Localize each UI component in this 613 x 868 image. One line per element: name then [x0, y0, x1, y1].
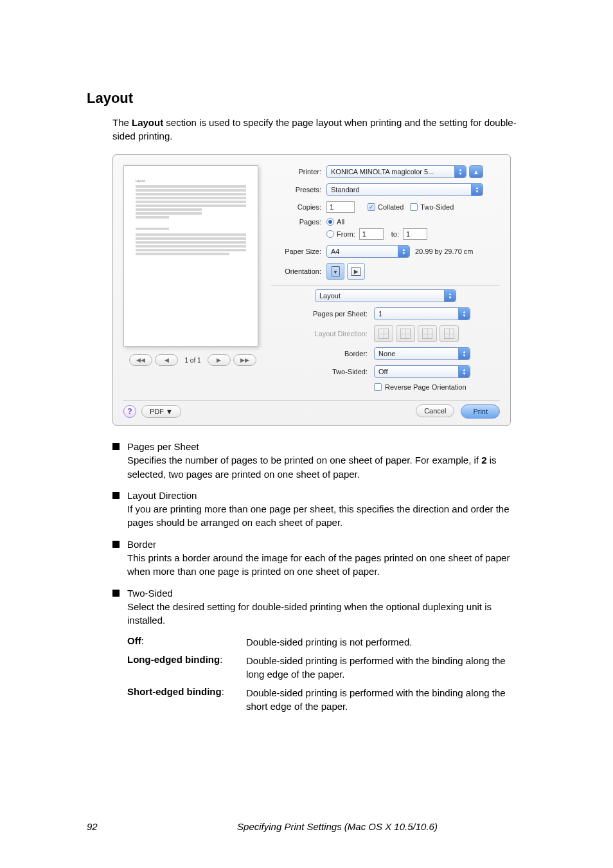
portrait-icon: ▼: [332, 266, 340, 276]
separator: [271, 285, 500, 285]
bullet-square-icon: [112, 492, 120, 499]
printer-value: KONICA MINOLTA magicolor 5...: [331, 168, 434, 176]
bullet-desc: Specifies the number of pages to be prin…: [127, 453, 526, 481]
pager-last-button[interactable]: ▶▶: [233, 354, 256, 366]
pages-all-radio[interactable]: [326, 218, 334, 226]
dropdown-caret-icon: [458, 348, 470, 359]
cancel-button[interactable]: Cancel: [416, 404, 454, 417]
section-heading: Layout: [87, 90, 526, 107]
intro-text: The Layout section is used to specify th…: [112, 116, 526, 143]
two-sided-checkbox[interactable]: [410, 203, 418, 211]
to-label: to:: [391, 230, 399, 238]
bullet-desc: Select the desired setting for double-si…: [127, 600, 526, 628]
paper-dimensions: 20.99 by 29.70 cm: [415, 248, 474, 255]
twosided-sublabel: Two-Sided:: [271, 368, 374, 375]
separator: [123, 400, 500, 401]
bullet-title: Layout Direction: [127, 489, 526, 502]
def-term: Short-edged binding:: [127, 686, 246, 713]
reverse-orientation-checkbox[interactable]: [374, 383, 382, 391]
def-row: Long-edged binding: Double-sided printin…: [127, 654, 526, 681]
papersize-label: Paper Size:: [271, 248, 326, 255]
bullet-square-icon: [112, 541, 120, 548]
bullet-square-icon: [112, 590, 120, 597]
pages-all-label: All: [337, 218, 344, 226]
layout-direction-icon: [400, 329, 411, 339]
bullet-item: Layout Direction If you are printing mor…: [112, 489, 526, 530]
border-sublabel: Border:: [271, 350, 374, 357]
papersize-value: A4: [331, 248, 339, 255]
pager-label: 1 of 1: [181, 357, 204, 364]
def-row: Short-edged binding: Double-sided printi…: [127, 686, 526, 713]
section-select[interactable]: Layout: [315, 289, 456, 302]
print-dialog: Layout ◀◀ ◀ 1 of 1 ▶ ▶▶: [112, 154, 511, 426]
presets-select[interactable]: Standard: [326, 183, 483, 196]
def-desc: Double-sided printing is performed with …: [246, 654, 526, 681]
border-select[interactable]: None: [374, 347, 470, 360]
pager-next-button[interactable]: ▶: [208, 354, 231, 366]
def-term: Long-edged binding:: [127, 654, 246, 681]
dropdown-caret-icon: [454, 166, 466, 177]
layout-direction-icon: [444, 329, 454, 339]
copies-field[interactable]: 1: [326, 201, 355, 213]
def-desc: Double-sided printing is performed with …: [246, 686, 526, 713]
bullet-square-icon: [112, 443, 120, 450]
help-button[interactable]: ?: [123, 405, 136, 418]
orientation-portrait-button[interactable]: ▼: [326, 263, 344, 280]
printer-select[interactable]: KONICA MINOLTA magicolor 5...: [326, 165, 466, 178]
orientation-landscape-button[interactable]: ▶: [347, 263, 365, 280]
printer-label: Printer:: [271, 168, 326, 176]
pps-value-text: 1: [378, 310, 382, 318]
pager-prev-button[interactable]: ◀: [155, 354, 178, 366]
two-sided-value: Off: [378, 368, 387, 375]
layout-direction-icon: [422, 329, 432, 339]
dropdown-caret-icon: [444, 290, 456, 302]
bullet-title: Pages per Sheet: [127, 440, 526, 453]
orientation-label: Orientation:: [271, 267, 326, 275]
pps-sublabel: Pages per Sheet:: [271, 310, 374, 318]
layout-direction-2-button[interactable]: [396, 325, 415, 342]
layout-direction-4-button[interactable]: [440, 325, 459, 342]
collapse-button[interactable]: ▲: [469, 165, 483, 178]
reverse-orientation-label: Reverse Page Orientation: [385, 383, 466, 391]
def-row: Off: Double-sided printing is not perfor…: [127, 635, 526, 649]
dropdown-caret-icon: [471, 184, 483, 195]
layout-direction-1-button[interactable]: [374, 325, 393, 342]
page-number: 92: [87, 821, 148, 832]
pdf-button[interactable]: PDF ▼: [141, 405, 181, 418]
papersize-select[interactable]: A4: [326, 245, 410, 258]
bullet-desc: If you are printing more than one page p…: [127, 502, 526, 530]
section-value: Layout: [319, 292, 341, 300]
copies-label: Copies:: [271, 203, 326, 211]
preview-pager: ◀◀ ◀ 1 of 1 ▶ ▶▶: [123, 354, 262, 366]
footer-title: Specifying Print Settings (Mac OS X 10.5…: [148, 821, 526, 832]
bullet-title: Border: [127, 538, 526, 551]
from-label: From:: [337, 230, 355, 238]
landscape-icon: ▶: [351, 267, 361, 276]
two-sided-label: Two-Sided: [420, 203, 454, 211]
collated-checkbox[interactable]: ✓: [368, 203, 375, 211]
border-value: None: [378, 350, 395, 357]
print-button[interactable]: Print: [461, 404, 500, 419]
presets-label: Presets:: [271, 186, 326, 194]
bullet-item: Pages per Sheet Specifies the number of …: [112, 440, 526, 481]
layout-direction-icon: [378, 329, 389, 339]
pager-first-button[interactable]: ◀◀: [129, 354, 152, 366]
to-field[interactable]: 1: [403, 228, 427, 240]
dropdown-caret-icon: [458, 308, 470, 320]
layout-direction-3-button[interactable]: [418, 325, 437, 342]
pages-range-radio[interactable]: [326, 230, 334, 238]
print-preview: Layout: [123, 165, 258, 347]
bullet-title: Two-Sided: [127, 586, 526, 600]
bullet-item: Two-Sided Select the desired setting for…: [112, 586, 526, 628]
collated-label: Collated: [378, 203, 404, 211]
two-sided-select[interactable]: Off: [374, 365, 470, 378]
from-field[interactable]: 1: [359, 228, 384, 240]
pages-per-sheet-select[interactable]: 1: [374, 307, 470, 320]
pages-label: Pages:: [271, 218, 326, 226]
layout-direction-sublabel: Layout Direction:: [271, 330, 374, 338]
dropdown-caret-icon: [458, 366, 470, 377]
presets-value: Standard: [331, 186, 360, 194]
def-desc: Double-sided printing is not performed.: [246, 635, 526, 649]
def-term: Off:: [127, 635, 246, 649]
bullet-item: Border This prints a border around the i…: [112, 538, 526, 579]
